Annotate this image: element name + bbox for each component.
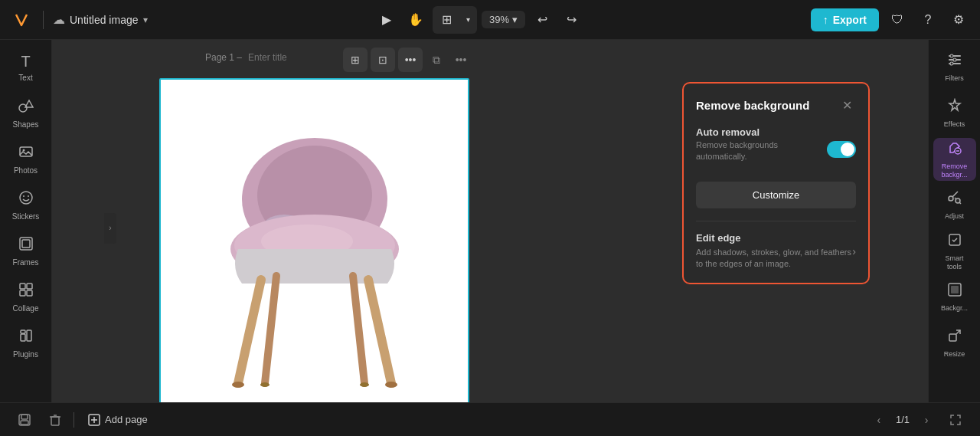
edit-edge-row[interactable]: Edit edge Add shadows, strokes, glow, an…: [696, 232, 856, 270]
frame-chevron-button[interactable]: ▾: [460, 8, 475, 32]
text-icon: T: [21, 53, 30, 70]
background-icon: [947, 282, 962, 301]
page-copy-button[interactable]: ⧉: [426, 49, 447, 70]
filters-label: Filters: [945, 74, 964, 83]
document-title: Untitled image: [70, 14, 139, 26]
sidebar-shapes-label: Shapes: [13, 120, 39, 129]
right-panel-effects[interactable]: Effects: [933, 92, 976, 135]
right-panel: Filters Effects Removebackgr... Adjust S…: [928, 40, 980, 402]
customize-button[interactable]: Customize: [696, 182, 856, 208]
topbar-right: ↑ Export 🛡 ? ⚙: [811, 8, 971, 32]
svg-point-39: [956, 198, 960, 203]
sidebar-stickers-label: Stickers: [12, 212, 40, 221]
auto-removal-section: Auto removal Remove backgrounds automati…: [696, 126, 856, 172]
sidebar-text-label: Text: [18, 74, 32, 82]
logo-icon[interactable]: [9, 8, 34, 32]
page-more-button[interactable]: •••: [450, 49, 472, 70]
panel-close-button[interactable]: ✕: [838, 96, 856, 114]
sidebar-item-frames[interactable]: Frames: [5, 230, 47, 273]
page-tool-select-button[interactable]: ⊞: [343, 48, 368, 72]
shield-button[interactable]: 🛡: [885, 8, 910, 32]
undo-button[interactable]: ↩: [530, 8, 554, 32]
svg-rect-12: [27, 290, 32, 296]
svg-point-27: [385, 382, 397, 388]
right-panel-remove-bg[interactable]: Removebackgr...: [933, 138, 976, 181]
effects-icon: [947, 98, 962, 117]
svg-rect-8: [22, 240, 30, 248]
sidebar-item-photos[interactable]: Photos: [5, 138, 47, 181]
background-label: Backgr...: [941, 304, 968, 313]
zoom-chevron-icon: ▾: [512, 14, 518, 25]
collage-icon: [18, 282, 34, 301]
select-tool-button[interactable]: ▶: [374, 8, 399, 32]
page-toolbar: ⊞ ⊡ ••• ⧉ •••: [343, 48, 472, 72]
svg-rect-13: [21, 334, 25, 341]
resize-label: Resize: [944, 350, 965, 359]
zoom-control[interactable]: 39% ▾: [482, 11, 525, 28]
filters-icon: [947, 52, 962, 71]
shapes-icon: [18, 98, 34, 117]
effects-label: Effects: [944, 120, 965, 129]
delete-button[interactable]: [43, 408, 67, 432]
stickers-icon: [18, 190, 34, 209]
remove-bg-icon: [947, 140, 962, 159]
sidebar-item-collage[interactable]: Collage: [5, 276, 47, 319]
fit-screen-button[interactable]: [943, 408, 968, 432]
hand-tool-button[interactable]: ✋: [403, 8, 428, 32]
page-tool-more-button[interactable]: •••: [398, 48, 423, 72]
auto-removal-toggle[interactable]: [827, 141, 856, 158]
svg-rect-15: [21, 330, 25, 333]
right-panel-filters[interactable]: Filters: [933, 46, 976, 89]
panel-title: Remove background: [696, 99, 809, 112]
settings-button[interactable]: ⚙: [946, 8, 971, 32]
topbar-divider: [43, 11, 44, 29]
svg-rect-14: [27, 330, 31, 341]
right-panel-adjust[interactable]: Adjust: [933, 184, 976, 227]
save-button[interactable]: [12, 408, 37, 432]
svg-point-35: [950, 62, 953, 65]
remove-background-panel: Remove background ✕ Auto removal Remove …: [682, 82, 870, 284]
svg-point-38: [949, 196, 953, 201]
smart-tools-icon: [947, 232, 962, 251]
edit-edge-chevron-icon: ›: [852, 245, 856, 257]
svg-marker-1: [25, 100, 33, 107]
smart-tools-label: Smarttools: [945, 254, 963, 271]
file-area[interactable]: ☁ Untitled image ▾: [53, 12, 148, 27]
next-page-button[interactable]: ›: [916, 409, 937, 431]
help-button[interactable]: ?: [916, 8, 940, 32]
title-chevron-icon: ▾: [143, 15, 148, 25]
frame-tool-button[interactable]: ⊞: [434, 8, 459, 32]
sidebar-item-plugins[interactable]: Plugins: [5, 322, 47, 365]
right-panel-smart-tools[interactable]: Smarttools: [933, 230, 976, 273]
right-panel-resize[interactable]: Resize: [933, 322, 976, 365]
right-panel-background[interactable]: Backgr...: [933, 276, 976, 319]
page-tool-crop-button[interactable]: ⊡: [371, 48, 395, 72]
svg-line-25: [353, 276, 364, 383]
svg-rect-42: [951, 286, 959, 293]
cloud-icon: ☁: [53, 12, 65, 27]
remove-bg-label: Removebackgr...: [941, 162, 967, 179]
chair-image: [200, 107, 430, 391]
sidebar-item-stickers[interactable]: Stickers: [5, 184, 47, 227]
export-upload-icon: ↑: [823, 14, 828, 26]
auto-removal-desc: Remove backgrounds automatically.: [696, 139, 827, 163]
export-button[interactable]: ↑ Export: [811, 8, 879, 31]
svg-line-23: [368, 280, 391, 383]
edit-edge-title: Edit edge: [696, 232, 852, 244]
page-label-area: Page 1 –: [205, 52, 363, 63]
add-page-button[interactable]: Add page: [80, 409, 155, 431]
topbar-tools: ▶ ✋ ⊞ ▾ 39% ▾ ↩ ↪: [374, 6, 583, 34]
sidebar-collage-label: Collage: [13, 304, 39, 313]
canvas-frame: [159, 78, 469, 402]
plugins-icon: [18, 328, 34, 347]
prev-page-button[interactable]: ‹: [868, 409, 890, 431]
sidebar-item-text[interactable]: T Text: [5, 46, 47, 89]
sidebar-item-shapes[interactable]: Shapes: [5, 92, 47, 135]
resize-icon: [947, 328, 962, 347]
redo-button[interactable]: ↪: [559, 8, 583, 32]
svg-point-34: [953, 58, 956, 61]
photos-icon: [18, 144, 34, 163]
main-area: T Text Shapes Photos Stickers Frames: [0, 40, 980, 402]
bottom-right: ‹ 1/1 ›: [868, 408, 968, 432]
sidebar-collapse-button[interactable]: ›: [104, 213, 116, 244]
